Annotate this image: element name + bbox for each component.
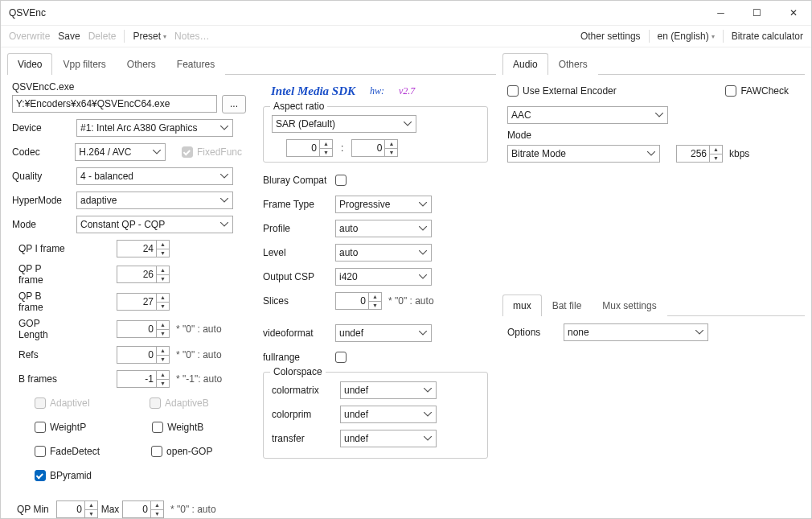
audio-bitrate-unit: kbps bbox=[729, 148, 749, 159]
chevron-down-icon: ▾ bbox=[712, 33, 715, 40]
audio-bitrate-stepper[interactable]: ▲▼ bbox=[676, 145, 723, 163]
preset-dropdown[interactable]: Preset bbox=[133, 31, 161, 42]
videoformat-select[interactable]: undef bbox=[335, 324, 432, 342]
quality-select[interactable]: 4 - balanced bbox=[76, 167, 233, 185]
refs-stepper[interactable]: ▲▼ bbox=[117, 346, 170, 364]
transfer-label: transfer bbox=[272, 433, 340, 444]
transfer-select[interactable]: undef bbox=[340, 430, 437, 447]
device-label: Device bbox=[12, 122, 76, 134]
videoformat-label: videoformat bbox=[263, 327, 335, 339]
mux-options-select[interactable]: none bbox=[564, 323, 708, 341]
bitrate-calculator-button[interactable]: Bitrate calculator bbox=[732, 31, 803, 42]
weightb-checkbox[interactable]: WeightB bbox=[152, 422, 203, 433]
slices-label: Slices bbox=[263, 295, 335, 307]
minimize-icon[interactable]: ─ bbox=[703, 1, 739, 25]
mode-label: Mode bbox=[12, 219, 76, 230]
browse-button[interactable]: ... bbox=[222, 95, 246, 113]
frametype-label: Frame Type bbox=[263, 199, 335, 210]
codec-label: Codec bbox=[12, 146, 75, 158]
chevron-down-icon: ▾ bbox=[163, 33, 166, 40]
use-external-encoder-checkbox[interactable]: Use External Encoder bbox=[507, 85, 617, 97]
bpyramid-checkbox[interactable]: BPyramid bbox=[35, 470, 92, 481]
tab-audio-others[interactable]: Others bbox=[548, 53, 598, 75]
bframes-label: B frames bbox=[12, 373, 68, 385]
qpp-stepper[interactable]: ▲▼ bbox=[117, 266, 170, 283]
audio-codec-select[interactable]: AAC bbox=[507, 106, 668, 124]
exe-label: QSVEncC.exe bbox=[12, 81, 253, 93]
tab-batfile[interactable]: Bat file bbox=[542, 295, 593, 316]
aspect-legend: Aspect ratio bbox=[270, 101, 327, 112]
qpb-stepper[interactable]: ▲▼ bbox=[117, 293, 170, 311]
csp-label: Output CSP bbox=[263, 271, 335, 282]
colorprim-select[interactable]: undef bbox=[340, 406, 437, 423]
refs-label: Refs bbox=[12, 349, 68, 360]
weightp-checkbox[interactable]: WeightP bbox=[35, 422, 86, 433]
qpmax-stepper[interactable]: ▲▼ bbox=[122, 500, 164, 518]
qpmin-stepper[interactable]: ▲▼ bbox=[56, 500, 98, 518]
colormatrix-select[interactable]: undef bbox=[340, 381, 437, 399]
mux-options-label: Options bbox=[507, 327, 564, 338]
audio-mode-label: Mode bbox=[507, 130, 800, 141]
colorprim-label: colorprim bbox=[272, 409, 340, 420]
bluray-checkbox[interactable] bbox=[335, 175, 347, 186]
bluray-label: Bluray Compat bbox=[263, 175, 335, 186]
fixedfunc-checkbox: FixedFunc bbox=[182, 146, 242, 158]
tab-vpp[interactable]: Vpp filters bbox=[52, 53, 116, 75]
gop-stepper[interactable]: ▲▼ bbox=[117, 320, 170, 338]
overwrite-button[interactable]: Overwrite bbox=[9, 31, 50, 42]
fullrange-checkbox[interactable] bbox=[335, 352, 347, 363]
mode-select[interactable]: Constant QP - CQP bbox=[76, 216, 233, 233]
aspect-b-stepper[interactable]: ▲▼ bbox=[351, 139, 398, 157]
close-icon[interactable]: ✕ bbox=[775, 1, 811, 25]
language-dropdown[interactable]: en (English) bbox=[658, 31, 709, 42]
level-select[interactable]: auto bbox=[335, 244, 432, 262]
fadedetect-checkbox[interactable]: FadeDetect bbox=[35, 446, 100, 457]
fawcheck-checkbox[interactable]: FAWCheck bbox=[725, 85, 789, 97]
quality-label: Quality bbox=[12, 171, 76, 182]
exe-path-input[interactable] bbox=[12, 95, 217, 113]
aspect-a-stepper[interactable]: ▲▼ bbox=[286, 139, 333, 157]
adaptiveb-checkbox: AdaptiveB bbox=[150, 397, 209, 409]
sdk-hw-label: hw: bbox=[370, 85, 384, 97]
tab-audio[interactable]: Audio bbox=[502, 53, 548, 75]
other-settings-button[interactable]: Other settings bbox=[580, 31, 641, 42]
codec-select[interactable]: H.264 / AVC bbox=[75, 143, 166, 161]
tab-features[interactable]: Features bbox=[166, 53, 225, 75]
hypermode-label: HyperMode bbox=[12, 195, 76, 206]
profile-select[interactable]: auto bbox=[335, 220, 432, 237]
save-button[interactable]: Save bbox=[58, 31, 80, 42]
notes-button[interactable]: Notes… bbox=[174, 31, 209, 42]
fullrange-label: fullrange bbox=[263, 352, 335, 363]
maximize-icon[interactable]: ☐ bbox=[739, 1, 775, 25]
delete-button[interactable]: Delete bbox=[88, 31, 117, 42]
tab-mux[interactable]: mux bbox=[502, 295, 542, 316]
tab-others[interactable]: Others bbox=[117, 53, 166, 75]
tab-video[interactable]: Video bbox=[7, 53, 52, 75]
hypermode-select[interactable]: adaptive bbox=[76, 192, 233, 209]
frametype-select[interactable]: Progressive bbox=[335, 196, 432, 213]
level-label: Level bbox=[263, 247, 335, 258]
aspect-mode-select[interactable]: SAR (Default) bbox=[272, 115, 416, 133]
adaptivei-checkbox: AdaptiveI bbox=[35, 397, 90, 409]
qpp-label: QP P frame bbox=[12, 263, 68, 286]
window-title: QSVEnc bbox=[9, 7, 46, 19]
sdk-title: Intel Media SDK bbox=[271, 84, 355, 98]
colorspace-legend: Colorspace bbox=[270, 366, 326, 377]
audio-mode-select[interactable]: Bitrate Mode bbox=[507, 145, 660, 163]
qpmax-label: Max bbox=[98, 504, 122, 515]
sdk-version: v2.7 bbox=[399, 85, 415, 97]
qpi-stepper[interactable]: ▲▼ bbox=[117, 240, 170, 257]
qpi-label: QP I frame bbox=[12, 243, 68, 254]
bframes-stepper[interactable]: ▲▼ bbox=[117, 370, 170, 388]
tab-muxsettings[interactable]: Mux settings bbox=[592, 295, 666, 316]
colormatrix-label: colormatrix bbox=[272, 385, 340, 396]
opengop-checkbox[interactable]: open-GOP bbox=[151, 446, 212, 457]
slices-stepper[interactable]: ▲▼ bbox=[335, 292, 382, 310]
profile-label: Profile bbox=[263, 223, 335, 234]
qpmin-label: QP Min bbox=[12, 504, 56, 515]
device-select[interactable]: #1: Intel Arc A380 Graphics bbox=[76, 119, 233, 137]
qpb-label: QP B frame bbox=[12, 290, 68, 313]
gop-label: GOP Length bbox=[12, 318, 68, 340]
csp-select[interactable]: i420 bbox=[335, 268, 432, 286]
